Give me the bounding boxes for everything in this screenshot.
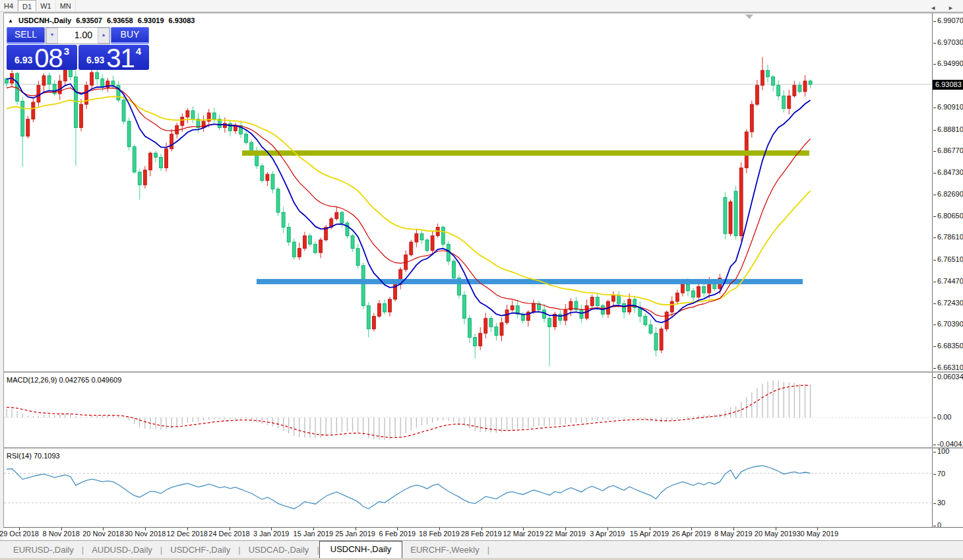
rsi-axis-label: 30 (933, 499, 945, 507)
resistance-line (242, 150, 809, 156)
candle-body (319, 240, 323, 253)
tab-scroll-right-icon[interactable]: ► (948, 5, 954, 11)
timeframe-button-d1[interactable]: D1 (18, 0, 36, 11)
candle-body (101, 79, 104, 88)
tab-separator: | (487, 545, 489, 558)
candle-body (276, 189, 280, 212)
candle-body (282, 212, 285, 227)
tab-usdcad-daily[interactable]: USDCAD-,Daily (241, 542, 317, 558)
candle-body (138, 172, 141, 185)
candle-body (26, 119, 30, 137)
candle-body (165, 149, 168, 168)
candle-body (170, 134, 173, 148)
timeframe-toolbar: H4D1W1MN (0, 0, 963, 12)
candle-body (431, 235, 434, 250)
price-axis-label: 6.78610 (933, 233, 963, 241)
price-axis-label: 6.80650 (933, 212, 963, 220)
sell-price-big: 08 (34, 48, 63, 68)
candle-body (383, 303, 386, 312)
candle-body (292, 242, 295, 257)
candle-body (410, 242, 413, 255)
timeframe-button-mn[interactable]: MN (56, 0, 76, 11)
tab-eurchf-weekly[interactable]: EURCHF-,Weekly (402, 542, 487, 558)
current-price-tag: 6.93083 (933, 80, 963, 90)
timeframe-button-h4[interactable]: H4 (0, 0, 18, 11)
candle-body (181, 117, 184, 125)
candle-body (271, 174, 274, 189)
candle-body (191, 111, 195, 119)
sell-price-prefix: 6.93 (15, 55, 32, 65)
candle-body (590, 297, 594, 306)
candle-body (42, 76, 46, 85)
candle-body (425, 240, 429, 251)
candle-body (772, 77, 775, 85)
candle-body (495, 327, 498, 336)
candle-body (372, 316, 375, 328)
tab-scroll-left-icon[interactable]: ◄ (930, 5, 936, 11)
rsi-chart[interactable] (4, 450, 931, 528)
tab-usdcnh-daily[interactable]: USDCNH-,Daily (319, 541, 402, 558)
chart-tab-bar: EURUSD-,Daily|AUDUSD-,Daily|USDCHF-,Dail… (0, 540, 963, 558)
buy-button[interactable]: BUY (111, 27, 149, 44)
timeframe-button-w1[interactable]: W1 (36, 0, 56, 11)
candle-body (681, 284, 684, 293)
tab-eurusd-daily[interactable]: EURUSD-,Daily (5, 542, 82, 558)
candle-body (729, 202, 732, 233)
macd-signal-line (7, 385, 811, 437)
candle-body (766, 71, 770, 77)
price-axis-label: 6.66310 (933, 363, 963, 371)
rsi-pane: RSI(14) 70.1093 10070300 (3, 447, 963, 527)
chart-title: ▲ USDCNH-,Daily 6.93507 6.93658 6.93019 … (8, 16, 197, 24)
buy-price-big: 31 (106, 48, 135, 68)
candle-body (340, 212, 344, 223)
price-axis-label: 6.72430 (933, 299, 963, 307)
buy-price-prefix: 6.93 (86, 55, 104, 65)
macd-chart[interactable] (4, 374, 931, 448)
candle-body (314, 244, 317, 253)
macd-pane: MACD(12,26,9) 0.042765 0.049609 0.060342… (3, 371, 963, 447)
date-axis[interactable]: 29 Oct 20188 Nov 201820 Nov 201830 Nov 2… (3, 527, 963, 540)
candle-body (441, 228, 445, 245)
candle-body (670, 301, 673, 312)
candle-body (90, 73, 94, 85)
candle-body (79, 104, 82, 127)
volume-input[interactable]: 1.00 (58, 28, 98, 44)
buy-price[interactable]: 6.93 31 4 (78, 45, 149, 70)
candle-body (186, 111, 189, 117)
candle-body (623, 303, 626, 312)
price-axis-label: 6.68350 (933, 342, 963, 350)
candle-body (202, 121, 205, 128)
price-axis-label: 6.88810 (933, 125, 963, 133)
price-axis-label: 6.90910 (933, 103, 963, 111)
quote-high: 6.93658 (107, 16, 133, 24)
volume-decrease-icon[interactable]: ▼ (46, 28, 58, 44)
candle-body (308, 235, 311, 244)
price-axis-label: 6.99070 (933, 16, 963, 24)
rsi-axis[interactable]: 10070300 (932, 449, 963, 527)
candle-body (245, 134, 248, 142)
candle-body (367, 305, 370, 328)
candle-body (724, 198, 727, 234)
volume-increase-icon[interactable]: ▲ (98, 28, 109, 44)
quote-close: 6.93083 (169, 16, 195, 24)
tab-usdchf-daily[interactable]: USDCHF-,Daily (162, 542, 238, 558)
collapse-icon[interactable]: ▲ (8, 18, 13, 24)
candle-body (745, 132, 748, 168)
mt4-workspace: H4D1W1MN ▲ USDCNH-,Daily 6.93507 6.93658… (0, 0, 963, 560)
sell-button[interactable]: SELL (7, 27, 45, 44)
candle-body (809, 81, 812, 84)
candle-body (777, 85, 780, 96)
candle-body (617, 295, 621, 303)
candle-body (500, 323, 503, 335)
macd-axis[interactable]: 0.0603420.00-0.040415 (932, 373, 963, 447)
price-axis[interactable]: 6.990706.970306.949906.909106.888106.867… (932, 13, 963, 371)
tab-audusd-daily[interactable]: AUDUSD-,Daily (84, 542, 160, 558)
price-axis-label: 6.82690 (933, 190, 963, 198)
candle-body (782, 96, 786, 108)
quote-open: 6.93507 (76, 16, 102, 24)
candle-body (154, 153, 157, 157)
sell-price[interactable]: 6.93 08 3 (7, 45, 77, 70)
candle-body (505, 310, 509, 323)
candle-body (261, 166, 264, 180)
candle-body (415, 233, 418, 242)
